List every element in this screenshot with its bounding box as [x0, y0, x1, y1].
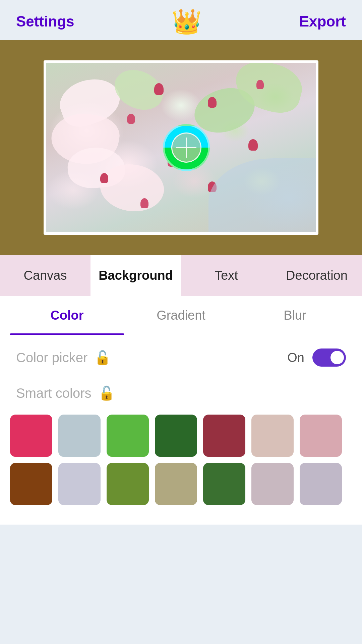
- flower-bud: [208, 97, 217, 108]
- smart-colors-label: Smart colors: [16, 386, 92, 401]
- smart-colors-lock-icon[interactable]: 🔓: [98, 385, 115, 401]
- color-picker-cursor[interactable]: [163, 124, 210, 171]
- flower-bud: [248, 139, 258, 151]
- tabs-section: Canvas Background Text Decoration Color …: [0, 255, 362, 525]
- sub-tab-color[interactable]: Color: [10, 296, 124, 335]
- swatch-2-2[interactable]: [58, 463, 101, 505]
- flower-bud: [100, 173, 108, 183]
- sub-tabs: Color Gradient Blur: [0, 296, 362, 335]
- crosshair-icon: [175, 136, 198, 159]
- image-frame[interactable]: [44, 60, 318, 235]
- canvas-area: [0, 40, 362, 255]
- settings-button[interactable]: Settings: [16, 13, 74, 30]
- header: Settings 👑 Export: [0, 0, 362, 40]
- swatch-2-4[interactable]: [155, 463, 197, 505]
- swatch-2-6[interactable]: [251, 463, 294, 505]
- swatches-row-1: [10, 415, 352, 457]
- smart-colors-row: Smart colors 🔓: [0, 380, 362, 411]
- swatches-row-2: [10, 463, 352, 505]
- toggle-knob: [330, 351, 344, 364]
- color-picker-toggle[interactable]: [312, 348, 346, 367]
- swatch-2-3[interactable]: [107, 463, 149, 505]
- tab-canvas[interactable]: Canvas: [0, 255, 90, 296]
- main-tabs: Canvas Background Text Decoration: [0, 255, 362, 296]
- crown-icon: 👑: [172, 9, 202, 34]
- swatch-1-7[interactable]: [300, 415, 342, 457]
- tab-text[interactable]: Text: [181, 255, 272, 296]
- swatch-2-7[interactable]: [300, 463, 342, 505]
- swatch-2-5[interactable]: [203, 463, 245, 505]
- export-button[interactable]: Export: [299, 13, 346, 30]
- swatches-container: [0, 411, 362, 525]
- swatch-1-5[interactable]: [203, 415, 245, 457]
- flower-bud: [154, 83, 164, 95]
- swatch-1-4[interactable]: [155, 415, 197, 457]
- color-picker-row: Color picker 🔓 On: [0, 335, 362, 380]
- swatch-1-1[interactable]: [10, 415, 52, 457]
- swatch-1-2[interactable]: [58, 415, 101, 457]
- flower-bud: [140, 198, 148, 208]
- sub-tab-gradient[interactable]: Gradient: [124, 296, 238, 335]
- flower-bud: [127, 114, 135, 124]
- color-picker-lock-icon[interactable]: 🔓: [94, 350, 111, 366]
- flower-bud: [256, 80, 264, 89]
- swatch-2-1[interactable]: [10, 463, 52, 505]
- tab-background[interactable]: Background: [90, 255, 181, 296]
- sub-tab-blur[interactable]: Blur: [238, 296, 352, 335]
- color-picker-right: On: [287, 348, 346, 367]
- swatch-1-3[interactable]: [107, 415, 149, 457]
- color-picker-left: Color picker 🔓: [16, 350, 111, 366]
- toggle-on-label: On: [287, 351, 304, 365]
- color-picker-inner: [171, 132, 201, 163]
- swatch-1-6[interactable]: [251, 415, 294, 457]
- color-picker-label: Color picker: [16, 350, 87, 365]
- tab-decoration[interactable]: Decoration: [272, 255, 362, 296]
